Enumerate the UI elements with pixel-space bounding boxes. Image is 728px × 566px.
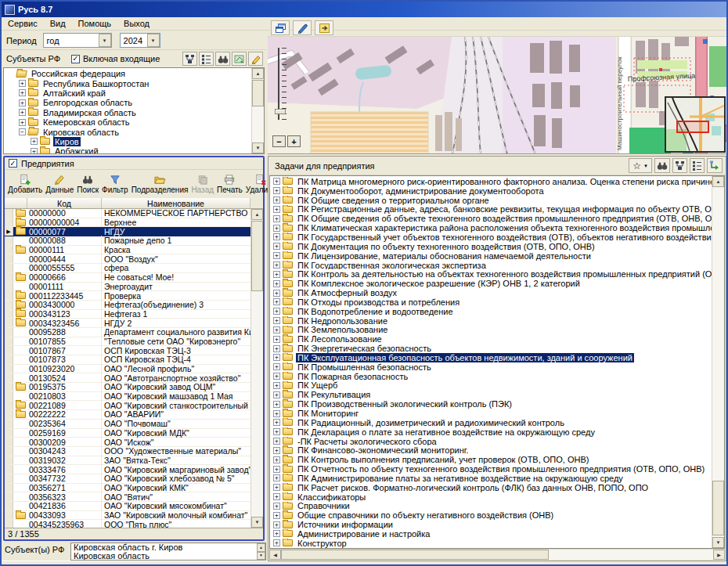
expand-icon[interactable]: + (273, 336, 280, 343)
table-row[interactable]: 00222222ОАО "АВАРИИ" (5, 410, 250, 420)
spin-up-icon[interactable]: ▲ (257, 543, 265, 552)
subject-footer-value[interactable]: Кировская область г. Киров Кировская обл… (70, 543, 266, 561)
chevron-down-icon[interactable]: ▼ (99, 34, 111, 47)
table-row[interactable]: 00421836ОАО "Кировский мясокомбинат" (5, 502, 250, 511)
task-item[interactable]: +ПК Пожарная безопасность (270, 372, 712, 381)
scroll-thumb[interactable] (251, 221, 263, 291)
task-item[interactable]: +ПК Финансово-экономический мониторинг. (270, 445, 712, 455)
table-row[interactable]: 00000000004Верхнее (5, 218, 250, 228)
expand-icon[interactable]: + (273, 243, 280, 250)
add-button[interactable]: Добавить (6, 171, 44, 197)
expand-icon[interactable]: + (273, 290, 280, 297)
tree-list-icon[interactable] (690, 158, 705, 173)
expand-icon[interactable]: + (273, 271, 280, 278)
task-item[interactable]: +ПК Лицензирование, материалы обосновани… (270, 251, 712, 261)
map-canvas[interactable]: Профсоюзная улица Машиностроительный пер… (268, 37, 728, 154)
table-row[interactable]: 00304243ООО "Художественные материалы" (5, 447, 250, 456)
table-row[interactable]: 00001111Энергоаудит (5, 283, 250, 292)
scroll-down-icon[interactable]: ▼ (712, 537, 724, 548)
task-item[interactable]: +ПК Государственная экологическая экспер… (270, 261, 712, 270)
task-item[interactable]: +Источники информации (270, 520, 712, 529)
table-row[interactable]: 0010923020ОАО "Лесной профиль" (5, 365, 250, 374)
map-panel[interactable]: Профсоюзная улица Машиностроительный пер… (268, 37, 728, 154)
minimap[interactable] (665, 96, 726, 153)
table-row[interactable]: 00195375ОАО "Кировский завод ОЦМ" (5, 383, 250, 392)
table-row[interactable]: 00356323ОАО "Вятич" (5, 492, 250, 502)
tasks-horizontal-scrollbar[interactable]: ◀ ▶ (269, 549, 725, 560)
task-item[interactable]: +ПК Рекультивация (270, 390, 712, 399)
windows-layers-icon[interactable] (271, 20, 290, 35)
expand-icon[interactable]: + (19, 89, 26, 96)
task-item[interactable]: +ПК Атмосферный воздух (270, 288, 712, 297)
task-item[interactable]: +ПК Декларация о плате за негативное воз… (270, 427, 712, 437)
table-row[interactable]: 00333476ОАО "Кировский маргариновый заво… (5, 465, 250, 474)
subdivisions-button[interactable]: Подразделения (130, 171, 190, 197)
task-item[interactable]: +ПК Мониторинг (270, 409, 712, 418)
task-item[interactable]: +ПК Лесопользование (270, 334, 712, 344)
task-item[interactable]: +ПК Производственный экологический контр… (270, 399, 712, 409)
expand-icon[interactable]: + (273, 354, 280, 361)
task-item[interactable]: +ПК Климатическая характеристика района … (270, 223, 712, 233)
collapse-icon[interactable]: − (19, 128, 26, 135)
expand-icon[interactable]: + (273, 225, 280, 232)
task-item[interactable]: +ПК Комплексное экологическое разрешение… (270, 279, 712, 288)
print-button[interactable]: Печать (215, 171, 244, 197)
slider-thumb[interactable] (275, 109, 286, 114)
expand-icon[interactable]: + (273, 512, 280, 519)
table-row[interactable]: 00000111Краска (5, 246, 250, 255)
scroll-down-icon[interactable]: ▼ (251, 517, 263, 528)
table-row[interactable]: 00235364ОАО "Почвомаш" (5, 420, 250, 429)
expand-icon[interactable]: + (273, 466, 280, 473)
expand-icon[interactable]: + (273, 474, 280, 481)
expand-icon[interactable]: + (273, 261, 280, 269)
favorites-star-dropdown[interactable]: ☆▼ (629, 158, 652, 173)
table-row[interactable]: 00356271ОАО "Кировский КМК" (5, 484, 250, 493)
table-row[interactable]: 00221089ОАО "Кировский станкостроительны… (5, 401, 250, 410)
tree-item[interactable]: +Киров (4, 137, 251, 146)
filter-button[interactable]: Фильтр (100, 171, 130, 197)
task-item[interactable]: +ПК Регистрационные данные, адреса, банк… (270, 205, 712, 215)
draw-pen-icon[interactable] (293, 20, 312, 35)
expand-icon[interactable]: + (273, 280, 280, 287)
scroll-right-icon[interactable]: ▶ (713, 550, 725, 560)
task-item[interactable]: +Администрирование и настройка (270, 529, 712, 539)
scroll-up-icon[interactable]: ▲ (712, 176, 724, 187)
expand-icon[interactable]: + (19, 109, 26, 116)
task-item[interactable]: +ПК Контроль выполнения предписаний, уче… (270, 455, 712, 464)
task-item[interactable]: +ПК Водопотребление и водоотведение (270, 307, 712, 316)
subjects-tree-scrollbar[interactable]: ▲ ▼ (251, 68, 264, 153)
scroll-up-icon[interactable]: ▲ (251, 209, 263, 220)
search-binoculars-icon[interactable] (654, 158, 670, 173)
task-item[interactable]: +ПК Общие сведения о территориальном орг… (270, 196, 712, 205)
table-row[interactable]: 00300209ОАО "Искож" (5, 438, 250, 447)
edit-pencil-icon[interactable] (248, 52, 263, 66)
expand-icon[interactable]: + (273, 521, 280, 528)
tree-item[interactable]: +Кемеровская область (4, 117, 251, 127)
expand-icon[interactable]: + (273, 447, 280, 454)
tree-item[interactable]: +Белгородская область (4, 98, 251, 107)
expand-icon[interactable]: + (273, 428, 280, 435)
menu-service[interactable]: Сервис (2, 17, 44, 30)
map-zoom-slider[interactable] (275, 48, 292, 126)
task-item[interactable]: +ПК Промышленная безопасность (270, 362, 712, 372)
search-binoculars-icon[interactable] (215, 52, 230, 66)
scroll-up-icon[interactable]: ▲ (252, 68, 264, 79)
tree-list-icon[interactable] (199, 52, 214, 66)
expand-icon[interactable]: + (19, 99, 26, 106)
task-item[interactable]: +ПК Радиационный, дозиметрический и ради… (270, 418, 712, 427)
expand-icon[interactable]: + (31, 138, 38, 145)
expand-icon[interactable]: + (273, 215, 280, 222)
expand-icon[interactable]: + (273, 382, 280, 389)
period-type-select[interactable]: год ▼ (43, 33, 112, 48)
tree-item[interactable]: −Кировская область (4, 127, 251, 136)
spin-down-icon[interactable]: ▼ (257, 552, 265, 561)
table-row[interactable]: 00107873ОСП Кировская ТЭЦ-4 (5, 355, 250, 365)
expand-icon[interactable]: + (273, 187, 280, 194)
hierarchy-icon[interactable] (672, 158, 687, 173)
task-item[interactable]: +ПК Контроль за деятельностью на объекта… (270, 269, 712, 279)
column-name[interactable]: Наименование (102, 198, 250, 208)
table-row[interactable]: 0000055555сфера (5, 264, 250, 273)
task-item[interactable]: +Общие справочники по объекту негативног… (270, 510, 712, 520)
scroll-thumb[interactable] (281, 550, 549, 560)
expand-icon[interactable]: + (273, 484, 280, 491)
